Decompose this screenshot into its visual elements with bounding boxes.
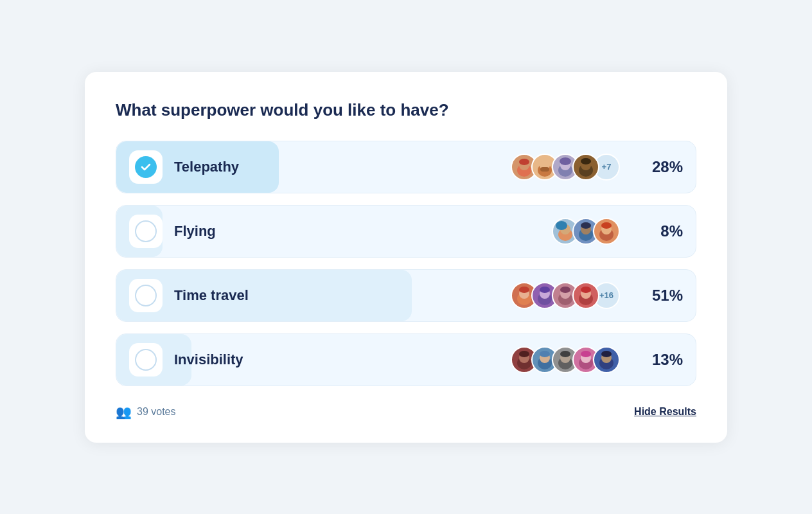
- avatars-invisibility: [511, 346, 620, 373]
- svg-point-35: [519, 351, 529, 357]
- svg-point-8: [560, 157, 571, 165]
- svg-point-23: [519, 287, 529, 293]
- radio-check-telepathy: [135, 156, 157, 178]
- avatars-time-travel: +16: [511, 282, 620, 309]
- percent-flying: 8%: [639, 222, 683, 240]
- radio-empty-invisibility: [135, 349, 157, 371]
- option-time-travel[interactable]: Time travel: [116, 269, 696, 322]
- radio-wrapper-invisibility: [129, 343, 163, 377]
- svg-point-2: [519, 159, 529, 165]
- option-invisibility[interactable]: Invisibility: [116, 333, 696, 386]
- svg-rect-5: [540, 167, 549, 172]
- poll-footer: 👥 39 votes Hide Results: [116, 404, 696, 420]
- svg-point-38: [540, 351, 550, 357]
- percent-invisibility: 13%: [639, 351, 683, 369]
- svg-point-41: [560, 351, 570, 357]
- svg-point-47: [601, 351, 612, 357]
- svg-point-20: [601, 222, 612, 229]
- radio-wrapper-telepathy: [129, 150, 163, 184]
- votes-count: 39 votes: [137, 406, 175, 418]
- avatars-flying: [552, 218, 620, 245]
- percent-time-travel: 51%: [639, 287, 683, 305]
- svg-point-44: [581, 351, 591, 357]
- radio-empty-flying: [135, 220, 157, 242]
- radio-wrapper-time-travel: [129, 279, 163, 312]
- option-label-telepathy: Telepathy: [174, 159, 511, 175]
- avatar-4: [572, 154, 599, 181]
- option-label-invisibility: Invisibility: [174, 351, 511, 368]
- svg-point-17: [581, 222, 591, 229]
- hide-results-button[interactable]: Hide Results: [634, 406, 696, 418]
- option-flying[interactable]: Flying: [116, 205, 696, 258]
- svg-point-14: [556, 221, 567, 230]
- votes-info: 👥 39 votes: [116, 404, 175, 420]
- option-label-time-travel: Time travel: [174, 287, 511, 304]
- avatars-telepathy: +7: [511, 154, 620, 181]
- option-label-flying: Flying: [174, 223, 552, 240]
- avatar-t4: [572, 282, 599, 309]
- options-list: Telepathy: [116, 141, 696, 386]
- option-telepathy[interactable]: Telepathy: [116, 141, 696, 193]
- poll-question: What superpower would you like to have?: [116, 100, 696, 120]
- checkmark-icon: [140, 161, 152, 173]
- avatar-f3: [593, 218, 620, 245]
- poll-card: What superpower would you like to have? …: [85, 72, 727, 443]
- votes-icon: 👥: [116, 404, 132, 420]
- percent-telepathy: 28%: [639, 158, 683, 176]
- svg-point-32: [581, 287, 591, 293]
- svg-point-29: [560, 287, 570, 293]
- avatar-i5: [593, 346, 620, 373]
- svg-point-11: [581, 158, 591, 164]
- radio-wrapper-flying: [129, 215, 163, 248]
- radio-empty-time-travel: [135, 285, 157, 306]
- svg-point-26: [540, 287, 550, 293]
